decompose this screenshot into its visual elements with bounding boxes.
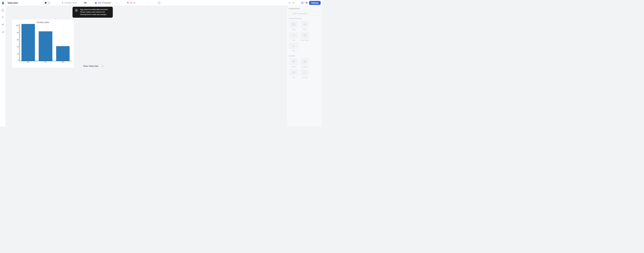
tile-label: List View xyxy=(302,77,308,78)
debug-icon[interactable] xyxy=(1,23,5,27)
svg-point-17 xyxy=(305,24,306,25)
cursor-icon[interactable] xyxy=(1,16,5,20)
svg-point-1 xyxy=(2,24,3,25)
y-axis: 100 80 60 40 20 0 xyxy=(14,24,19,61)
tabs-icon xyxy=(289,69,298,76)
components-panel: Components Commonly Used TableButtonChar… xyxy=(287,6,322,127)
y-tick: 80 xyxy=(17,32,18,33)
svg-point-16 xyxy=(304,24,305,25)
env-selector[interactable]: ▦ Env Production xyxy=(94,2,118,4)
undo-button[interactable] xyxy=(288,1,291,5)
component-tile-text[interactable]: AText xyxy=(289,42,298,52)
branch-icon xyxy=(75,9,78,12)
left-sidebar xyxy=(0,0,6,127)
svg-rect-37 xyxy=(304,72,304,73)
component-tile-table[interactable]: Table xyxy=(289,21,298,30)
components-title: Components xyxy=(289,8,320,10)
svg-rect-26 xyxy=(292,62,294,63)
date-picker-icon xyxy=(300,32,309,39)
svg-point-30 xyxy=(304,63,304,63)
component-tile-container[interactable]: Container xyxy=(300,58,310,68)
rocket-logo-icon[interactable] xyxy=(1,1,5,5)
component-tile-list-view[interactable]: List View xyxy=(300,69,310,78)
app-title[interactable]: Sales Data xyxy=(8,2,18,4)
top-right-tools: Release xyxy=(287,0,322,6)
version-value: v1 xyxy=(133,2,135,4)
chevron-down-icon xyxy=(147,2,149,4)
promotion-lock-toast: App cannot be edited after promotion. Pl… xyxy=(72,7,113,18)
page-icon[interactable] xyxy=(1,8,5,12)
bar xyxy=(56,46,70,61)
chart-icon xyxy=(289,32,298,39)
desktop-toggle[interactable] xyxy=(44,1,47,5)
svg-point-22 xyxy=(304,36,304,36)
component-tile-button[interactable]: Button xyxy=(300,21,310,30)
svg-point-19 xyxy=(304,35,304,36)
table-icon xyxy=(289,21,298,28)
chart-plot: 100 80 60 40 20 0 xyxy=(14,24,72,61)
yearly-toggle-row: Show Yearly Data xyxy=(83,65,104,67)
top-bar: Sales Data Changes saved KR ▦ Env Produc… xyxy=(6,0,287,6)
mobile-toggle[interactable] xyxy=(47,1,50,5)
text-icon: A xyxy=(289,42,298,50)
tile-label: Chart xyxy=(292,39,295,41)
settings-icon[interactable] xyxy=(1,30,5,34)
svg-rect-38 xyxy=(304,72,306,73)
toast-message: App cannot be edited after promotion. Pl… xyxy=(80,9,110,16)
tile-label: Button xyxy=(303,29,307,30)
device-segment xyxy=(44,1,51,5)
tile-label: Table xyxy=(292,29,295,30)
release-button[interactable]: Release xyxy=(309,1,321,5)
svg-point-10 xyxy=(77,10,77,11)
svg-point-23 xyxy=(304,36,305,36)
component-tile-tabs[interactable]: Tabs xyxy=(289,69,298,78)
redo-button[interactable] xyxy=(292,1,295,5)
svg-rect-14 xyxy=(303,24,307,25)
svg-point-21 xyxy=(305,35,306,36)
y-tick: 20 xyxy=(17,53,18,55)
modal-icon xyxy=(289,58,298,65)
section-layouts: Layouts xyxy=(289,55,320,57)
svg-rect-12 xyxy=(292,23,295,25)
button-icon xyxy=(300,21,309,28)
yearly-toggle[interactable] xyxy=(100,65,104,67)
env-label: Env xyxy=(98,2,102,4)
component-tile-chart[interactable]: Chart xyxy=(289,32,298,41)
svg-point-29 xyxy=(306,61,306,61)
chevron-down-icon xyxy=(116,2,118,4)
svg-point-15 xyxy=(304,24,304,25)
y-tick: 40 xyxy=(17,46,18,48)
svg-point-11 xyxy=(290,12,291,13)
preview-button[interactable] xyxy=(305,1,308,5)
component-tile-date-picker[interactable]: Date Picker xyxy=(300,32,310,41)
chart-card[interactable]: Monthly Sales 100 80 60 40 20 0 Jan Feb … xyxy=(12,20,74,68)
svg-point-28 xyxy=(304,61,304,61)
list-view-icon xyxy=(300,69,309,76)
svg-rect-36 xyxy=(304,71,306,72)
svg-rect-39 xyxy=(304,73,304,74)
version-selector[interactable]: ver v1 xyxy=(127,2,148,4)
sync-button[interactable] xyxy=(157,1,161,5)
svg-rect-40 xyxy=(304,73,306,74)
tile-label: Tabs xyxy=(292,77,295,78)
env-value: Production xyxy=(102,2,111,4)
svg-rect-34 xyxy=(293,72,295,73)
svg-text:A: A xyxy=(292,45,294,47)
svg-point-8 xyxy=(76,10,76,10)
components-search-input[interactable] xyxy=(289,12,320,16)
y-tick: 100 xyxy=(16,25,18,26)
chart-title: Monthly Sales xyxy=(14,21,72,24)
svg-rect-13 xyxy=(292,23,295,24)
yearly-toggle-label: Show Yearly Data xyxy=(83,65,98,67)
container-icon xyxy=(300,58,309,65)
tile-label: Modal xyxy=(292,66,296,68)
user-avatar[interactable]: KR xyxy=(84,1,87,5)
tile-label: Text xyxy=(292,50,295,52)
share-button[interactable] xyxy=(300,1,304,5)
divider xyxy=(121,1,122,5)
svg-rect-4 xyxy=(48,2,49,4)
component-tile-modal[interactable]: Modal xyxy=(289,58,298,68)
svg-point-9 xyxy=(76,11,76,11)
bar xyxy=(22,24,35,61)
section-common: Commonly Used xyxy=(289,18,320,20)
